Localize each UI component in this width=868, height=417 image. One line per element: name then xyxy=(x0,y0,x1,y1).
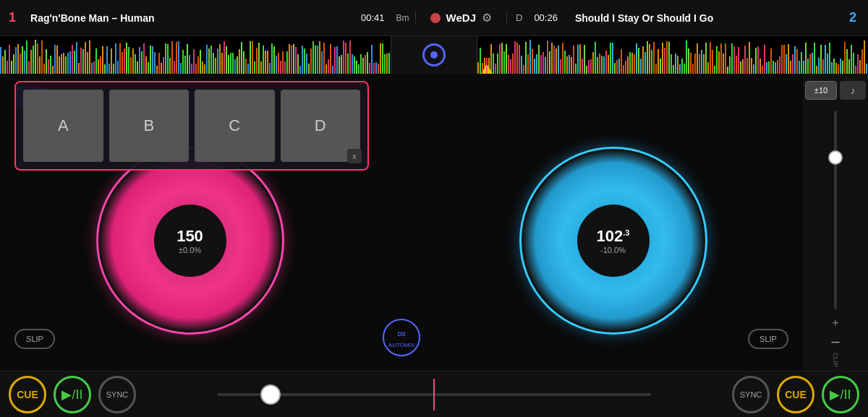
right-panel: ±10 ♪ + – CLIP xyxy=(803,74,868,371)
slip-label-right: SLIP xyxy=(760,335,777,343)
play-button-right[interactable]: ▶/II xyxy=(822,376,859,413)
waveform-left[interactable] xyxy=(0,36,391,74)
clip-label: CLIP xyxy=(832,353,839,367)
deck1-time: 00:41 xyxy=(355,12,391,23)
bottom-right-controls: SYNC CUE ▶/II xyxy=(723,376,868,413)
turntable-left-center: 150 ±0.0% xyxy=(154,205,226,277)
deck1-number: 1 xyxy=(0,10,25,25)
logo-dot xyxy=(430,13,441,23)
center-panel: ∞ AUTOMIX xyxy=(380,74,423,371)
deck2-number: 2 xyxy=(841,10,868,25)
cue-button-left[interactable]: CUE xyxy=(9,376,46,413)
hotcue-close-button[interactable]: x xyxy=(347,149,362,163)
slip-button-right[interactable]: SLIP xyxy=(748,329,788,349)
crossfader-track[interactable] xyxy=(217,393,651,396)
top-bar: 1 Rag'n'Bone Man – Human 00:41 Bm WeDJ ⚙… xyxy=(0,0,868,36)
pitch-buttons-row: ±10 ♪ xyxy=(805,81,866,100)
deck2-bpm-decimal: .3 xyxy=(623,228,629,236)
automix-label: AUTOMIX xyxy=(388,342,414,348)
deck2-label: D xyxy=(516,12,528,23)
fader-minus-label: – xyxy=(831,333,839,350)
waveform-center-dot xyxy=(430,51,438,59)
pitch-fader[interactable] xyxy=(828,111,843,309)
turntable-left[interactable]: 150 ±0.0% xyxy=(96,147,284,335)
waveform-center-circle xyxy=(422,43,446,66)
hotcue-pad-c[interactable]: C xyxy=(195,90,275,162)
crossfader-line xyxy=(433,379,435,410)
deck2-bpm-value: 102 xyxy=(597,227,624,245)
deck2-bpm: 102.3 xyxy=(597,227,630,246)
hotcue-overlay: A B C D x xyxy=(14,81,369,171)
automix-button[interactable]: ∞ AUTOMIX xyxy=(383,319,420,356)
cue-button-right[interactable]: CUE xyxy=(777,376,814,413)
deck1-key: Bm xyxy=(391,13,415,23)
deck2-time: 00:26 xyxy=(528,12,563,23)
hotcue-pad-b[interactable]: B xyxy=(109,90,190,162)
play-button-left[interactable]: ▶/II xyxy=(54,376,91,413)
turntable-right[interactable]: 102.3 -10.0% xyxy=(519,147,707,335)
sync-button-left[interactable]: SYNC xyxy=(98,376,136,413)
deck2-track-title: Should I Stay Or Should I Go xyxy=(563,12,841,24)
deck1-bpm: 150 xyxy=(176,227,203,246)
deck-left: A B C D x 150 ±0.0% SLIP xyxy=(0,74,380,371)
turntable-right-center: 102.3 -10.0% xyxy=(577,205,650,277)
hotcue-grid: A B C D xyxy=(23,90,360,162)
crossfader-area xyxy=(145,393,723,396)
waveform-center xyxy=(391,36,477,74)
deck2-info: D 00:26 Should I Stay Or Should I Go xyxy=(507,12,841,24)
pitch-fader-handle[interactable] xyxy=(828,150,843,165)
crossfader-handle[interactable] xyxy=(260,384,281,405)
music-note-button[interactable]: ♪ xyxy=(840,81,866,100)
gear-icon[interactable]: ⚙ xyxy=(482,11,492,25)
deck1-bpm-value: 150 xyxy=(176,227,203,245)
center-logo: WeDJ ⚙ xyxy=(415,11,507,25)
waveform-right[interactable] xyxy=(477,36,868,74)
main-content: A B C D x 150 ±0.0% SLIP ∞ AUTOMIX xyxy=(0,74,868,371)
hotcue-pad-a[interactable]: A xyxy=(23,90,103,162)
automix-icon: ∞ xyxy=(397,327,405,340)
bottom-left-controls: CUE ▶/II SYNC xyxy=(0,376,145,413)
slip-button-left[interactable]: SLIP xyxy=(14,329,55,349)
deck-right: 102.3 -10.0% SLIP xyxy=(423,74,803,371)
pitch-fader-track xyxy=(834,111,837,309)
sync-button-right[interactable]: SYNC xyxy=(732,376,770,413)
fader-plus-label: + xyxy=(832,317,838,330)
pitch-range-button[interactable]: ±10 xyxy=(805,81,837,100)
logo-text: WeDJ xyxy=(446,12,476,24)
deck2-pitch: -10.0% xyxy=(600,246,626,254)
slip-label: SLIP xyxy=(26,335,43,343)
waveform-area xyxy=(0,36,868,74)
deck1-pitch: ±0.0% xyxy=(179,246,201,254)
deck1-track-title: Rag'n'Bone Man – Human xyxy=(25,12,355,24)
bottom-bar: CUE ▶/II SYNC SYNC CUE ▶/II xyxy=(0,371,868,417)
